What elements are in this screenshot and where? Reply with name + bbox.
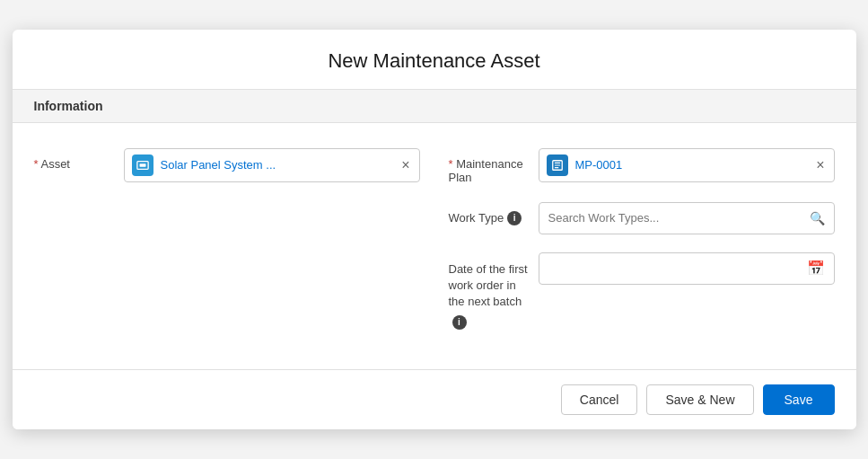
section-label: Information: [34, 99, 103, 113]
asset-row: Asset Solar Panel System ... ×: [34, 148, 420, 182]
maintenance-plan-clear-button[interactable]: ×: [814, 158, 826, 172]
asset-icon: [136, 159, 149, 172]
date-row: Date of the first work order in the next…: [449, 252, 835, 331]
work-type-info-icon[interactable]: i: [507, 211, 522, 225]
maintenance-plan-field-wrap: MP-0001 ×: [539, 148, 835, 182]
section-header: Information: [13, 89, 856, 123]
work-type-search-input[interactable]: [548, 211, 810, 225]
work-type-label: Work Type i: [449, 202, 539, 225]
maintenance-plan-row: Maintenance Plan MP-0001 ×: [449, 148, 835, 184]
plan-icon-box: [547, 154, 568, 176]
asset-lookup-field[interactable]: Solar Panel System ... ×: [124, 148, 420, 182]
maintenance-plan-label: Maintenance Plan: [449, 148, 539, 184]
save-new-button[interactable]: Save & New: [646, 384, 753, 415]
maintenance-plan-value: MP-0001: [575, 158, 808, 172]
search-icon: 🔍: [810, 211, 825, 225]
right-column: Maintenance Plan MP-0001 ×: [449, 148, 835, 349]
date-input[interactable]: [548, 261, 807, 275]
calendar-icon[interactable]: 📅: [807, 260, 825, 277]
dialog-header: New Maintenance Asset: [13, 30, 856, 89]
date-input-field[interactable]: 📅: [539, 252, 835, 285]
asset-label: Asset: [34, 148, 124, 171]
asset-field-wrap: Solar Panel System ... ×: [124, 148, 420, 182]
date-info-icon[interactable]: i: [452, 315, 467, 330]
work-type-field-wrap: 🔍: [539, 202, 835, 234]
form-body: Asset Solar Panel System ... ×: [13, 123, 856, 370]
cancel-button[interactable]: Cancel: [561, 384, 638, 415]
svg-rect-1: [139, 163, 145, 167]
save-button[interactable]: Save: [763, 384, 835, 415]
plan-icon: [551, 159, 564, 172]
asset-value: Solar Panel System ...: [161, 158, 393, 172]
maintenance-plan-lookup-field[interactable]: MP-0001 ×: [539, 148, 835, 182]
work-type-row: Work Type i 🔍: [449, 202, 835, 234]
date-label: Date of the first work order in the next…: [449, 252, 539, 331]
asset-clear-button[interactable]: ×: [399, 158, 411, 172]
dialog-title: New Maintenance Asset: [34, 49, 835, 73]
work-type-search-field[interactable]: 🔍: [539, 202, 835, 234]
dialog-footer: Cancel Save & New Save: [13, 369, 856, 429]
date-field-wrap: 📅: [539, 252, 835, 285]
new-maintenance-asset-dialog: New Maintenance Asset Information Asset: [13, 30, 856, 430]
left-column: Asset Solar Panel System ... ×: [34, 148, 420, 349]
asset-icon-box: [132, 154, 153, 176]
